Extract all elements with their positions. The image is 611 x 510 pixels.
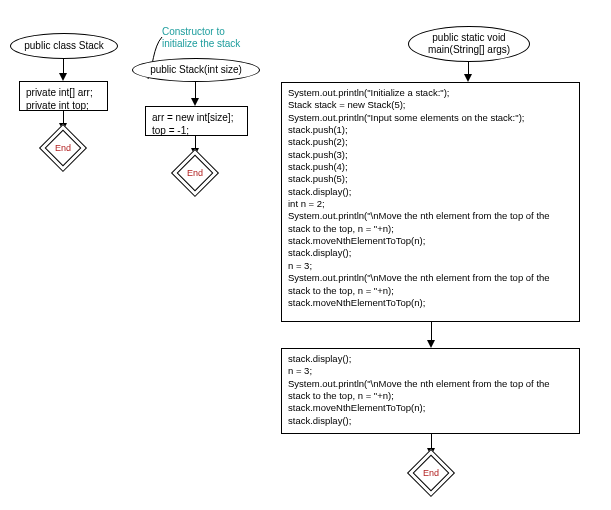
arrow-head-3 <box>191 98 199 106</box>
main-body1-text: System.out.println("Initialize a stack:"… <box>288 87 550 309</box>
constructor-body-node: arr = new int[size]; top = -1; <box>145 106 248 136</box>
arrow-fields-to-end <box>63 111 64 123</box>
main-body2-node: stack.display(); n = 3; System.out.print… <box>281 348 580 434</box>
arrow-body1-to-body2 <box>431 322 432 340</box>
class-fields-text: private int[] arr; private int top; <box>26 86 93 112</box>
end-diamond-class: End <box>46 131 80 165</box>
main-method-node: public static void main(String[] args) <box>408 26 530 62</box>
end-diamond-main: End <box>414 456 448 490</box>
end-label-class: End <box>46 131 80 165</box>
constructor-body-text: arr = new int[size]; top = -1; <box>152 111 233 137</box>
constructor-text: public Stack(int size) <box>150 64 242 76</box>
arrow-head-6 <box>427 340 435 348</box>
main-method-text: public static void main(String[] args) <box>428 32 510 56</box>
arrow-class-to-fields <box>63 59 64 73</box>
constructor-node: public Stack(int size) <box>132 58 260 82</box>
arrow-main-to-body1 <box>468 62 469 74</box>
arrow-body2-to-end <box>431 434 432 448</box>
end-label-constructor: End <box>178 156 212 190</box>
constructor-comment: Constructor to initialize the stack <box>162 26 262 50</box>
class-fields-node: private int[] arr; private int top; <box>19 81 108 111</box>
arrow-ctorbody-to-end <box>195 136 196 148</box>
class-declaration-node: public class Stack <box>10 33 118 59</box>
end-diamond-constructor: End <box>178 156 212 190</box>
arrow-head-5 <box>464 74 472 82</box>
end-label-main: End <box>414 456 448 490</box>
arrow-head-1 <box>59 73 67 81</box>
main-body1-node: System.out.println("Initialize a stack:"… <box>281 82 580 322</box>
main-body2-text: stack.display(); n = 3; System.out.print… <box>288 353 550 427</box>
arrow-ctor-to-body <box>195 82 196 98</box>
class-declaration-text: public class Stack <box>24 40 103 52</box>
